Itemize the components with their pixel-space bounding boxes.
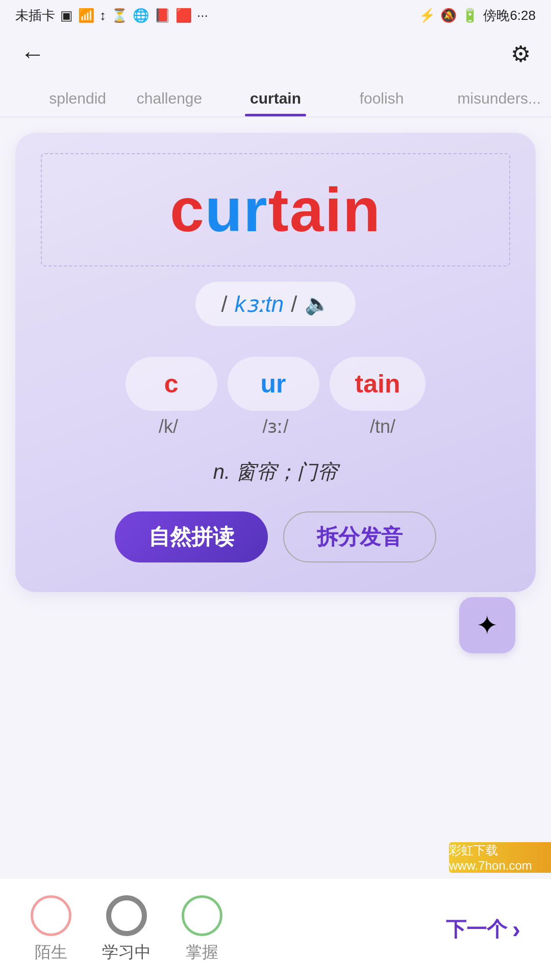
- word-meaning: n. 窗帘；门帘: [41, 458, 510, 486]
- main-card: curtain /kɜːtn/ 🔈 c ur tain /k/ /ɜː/ /tn…: [15, 133, 536, 592]
- main-word: curtain: [57, 175, 494, 245]
- signal-icon: ↕: [99, 8, 106, 23]
- mastered-circle: [182, 895, 222, 936]
- wifi-icon: 📶: [78, 8, 94, 23]
- tab-splendid[interactable]: splendid: [0, 90, 116, 116]
- app-icon1: 📕: [154, 8, 170, 23]
- stranger-circle: [31, 895, 71, 936]
- bottom-bar: 陌生 学习中 掌握 下一个 ›: [0, 878, 551, 980]
- status-left: 未插卡 ▣ 📶 ↕ ⏳ 🌐 📕 🟥 ···: [15, 7, 208, 24]
- top-bar: ← ⚙: [0, 31, 551, 77]
- stranger-label: 陌生: [35, 941, 67, 964]
- syllable-phonetics: /k/ /ɜː/ /tn/: [41, 416, 510, 437]
- settings-button[interactable]: ⚙: [511, 41, 531, 67]
- syllable-tain: tain: [330, 357, 426, 411]
- word-part-t: t: [268, 175, 290, 245]
- watermark: 彩虹下载 www.7hon.com: [449, 842, 551, 873]
- mute-icon: 🔕: [440, 8, 457, 23]
- split-pronunciation-button[interactable]: 拆分发音: [283, 511, 436, 562]
- syl-ph-tain: /tn/: [329, 416, 436, 437]
- syllable-c: c: [126, 357, 217, 411]
- tab-strip: splendid challenge curtain foolish misun…: [0, 77, 551, 117]
- mastered-label: 掌握: [186, 941, 218, 964]
- status-stranger[interactable]: 陌生: [31, 895, 71, 964]
- globe-icon: 🌐: [133, 8, 149, 23]
- timer-icon: ⏳: [111, 8, 128, 23]
- tab-foolish[interactable]: foolish: [329, 90, 435, 116]
- syllable-row: c ur tain: [41, 357, 510, 411]
- tab-curtain[interactable]: curtain: [222, 90, 329, 116]
- tab-active-indicator: [245, 114, 306, 116]
- phonetic-slash-close: /: [291, 291, 297, 317]
- carrier-text: 未插卡: [15, 7, 55, 24]
- next-button[interactable]: 下一个 ›: [446, 915, 520, 943]
- status-bar: 未插卡 ▣ 📶 ↕ ⏳ 🌐 📕 🟥 ··· ⚡ 🔕 🔋 傍晚6:28: [0, 0, 551, 31]
- status-right: ⚡ 🔕 🔋 傍晚6:28: [419, 7, 536, 24]
- tab-misunderstand[interactable]: misunders...: [435, 90, 551, 116]
- battery-icon: 🔋: [462, 8, 478, 23]
- back-button[interactable]: ←: [20, 40, 45, 68]
- syllable-ur: ur: [228, 357, 319, 411]
- time-text: 傍晚6:28: [483, 7, 536, 24]
- learning-status: 陌生 学习中 掌握: [31, 895, 222, 964]
- speaker-icon[interactable]: 🔈: [305, 292, 330, 316]
- syl-ph-ur: /ɜː/: [222, 416, 329, 437]
- phonetic-slash-open: /: [221, 291, 227, 317]
- status-mastered[interactable]: 掌握: [182, 895, 222, 964]
- word-display-area: curtain: [41, 153, 510, 266]
- tab-challenge[interactable]: challenge: [116, 90, 222, 116]
- word-part-c: c: [170, 175, 205, 245]
- syl-ph-c: /k/: [115, 416, 222, 437]
- phonetic-colored: kɜːtn: [235, 291, 284, 317]
- sparkle-fab[interactable]: ✦: [459, 597, 515, 653]
- more-icon: ···: [197, 8, 208, 23]
- next-label: 下一个: [446, 915, 507, 943]
- bluetooth-icon: ⚡: [419, 8, 435, 23]
- word-part-ain: ain: [290, 175, 381, 245]
- phonetic-pill[interactable]: /kɜːtn/ 🔈: [195, 282, 355, 326]
- natural-reading-button[interactable]: 自然拼读: [115, 511, 268, 562]
- app-icon2: 🟥: [176, 8, 192, 23]
- learning-circle: [106, 895, 147, 936]
- sim-icon: ▣: [60, 8, 73, 23]
- learning-label: 学习中: [102, 941, 151, 964]
- status-learning[interactable]: 学习中: [102, 895, 151, 964]
- card-buttons: 自然拼读 拆分发音: [41, 511, 510, 562]
- word-part-ur: ur: [205, 175, 268, 245]
- next-arrow-icon: ›: [512, 915, 520, 943]
